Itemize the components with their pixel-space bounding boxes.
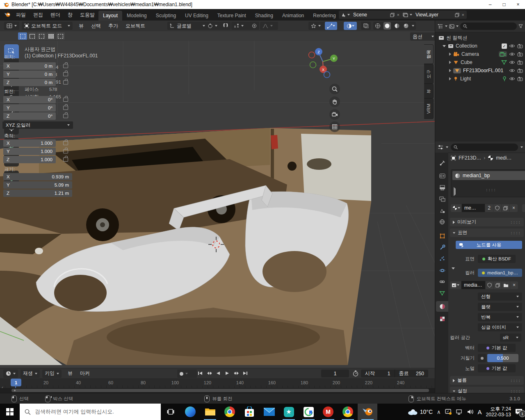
eye-icon[interactable]: [509, 60, 515, 64]
dimensions-x-field[interactable]: X0.939 m: [3, 173, 72, 180]
tab-scene[interactable]: [436, 205, 448, 216]
pivot-point-dropdown[interactable]: [205, 22, 222, 30]
workspace-tab-modeling[interactable]: Modeling: [122, 11, 151, 21]
workspace-tab-texture-paint[interactable]: Texture Paint: [213, 11, 251, 21]
app-star[interactable]: ★: [279, 404, 299, 420]
source-dropdown[interactable]: 싱글 이미지: [478, 323, 522, 331]
auto-keying-button[interactable]: [177, 370, 197, 378]
snap-toggle[interactable]: [221, 22, 231, 30]
colorspace-dropdown[interactable]: sR: [500, 333, 521, 342]
clock[interactable]: 오후 7:24 2022-03-13: [486, 406, 511, 418]
lock-icon[interactable]: [63, 80, 68, 84]
minimize-button[interactable]: –: [483, 2, 497, 7]
fake-user-shield-icon[interactable]: [493, 204, 501, 212]
color-value-button[interactable]: median1_bp…: [478, 269, 522, 277]
menu-add[interactable]: 추가: [105, 23, 122, 30]
shading-solid-icon[interactable]: [383, 22, 391, 30]
transform-orientation-dropdown[interactable]: 글로벌: [167, 22, 208, 30]
sidebar-tab-tool[interactable]: 도구: [424, 64, 434, 84]
app-edge[interactable]: [180, 404, 200, 420]
timeline-editor-type-button[interactable]: [3, 370, 18, 378]
checkbox-icon[interactable]: ✓: [502, 43, 507, 49]
select-mode-subtract-icon[interactable]: [37, 32, 46, 40]
scale-z-field[interactable]: Z1.000: [3, 156, 56, 163]
tab-modifiers[interactable]: [436, 242, 448, 253]
tab-particles[interactable]: [436, 253, 448, 264]
scene-collection-row[interactable]: 씬 컬렉션: [438, 34, 467, 42]
tab-world[interactable]: [436, 217, 448, 227]
hidden-icons-chevron[interactable]: ∧: [437, 409, 441, 415]
workspace-tab-sculpting[interactable]: Sculpting: [151, 11, 180, 21]
open-image-folder-icon[interactable]: [502, 281, 510, 289]
unlink-material-icon[interactable]: ×: [510, 204, 518, 212]
tab-material[interactable]: [436, 301, 448, 312]
workspace-tab-animation[interactable]: Animation: [278, 11, 308, 21]
shading-material-icon[interactable]: [394, 23, 400, 29]
end-value[interactable]: 250: [409, 371, 429, 377]
render-visibility-icon[interactable]: [517, 77, 523, 81]
eye-icon[interactable]: [509, 77, 515, 81]
zoom-icon[interactable]: [329, 84, 340, 94]
timeline-scroll-area[interactable]: [0, 388, 435, 393]
select-mode-difference-icon[interactable]: [46, 32, 55, 40]
light-data-icon[interactable]: [502, 76, 507, 82]
use-nodes-button[interactable]: 노드를 사용: [456, 241, 522, 249]
app-blender-active[interactable]: [358, 404, 377, 420]
extension-dropdown[interactable]: 반복: [478, 313, 522, 321]
lock-icon[interactable]: [63, 72, 68, 76]
tab-tool[interactable]: [436, 158, 448, 168]
app-chrome[interactable]: [220, 404, 240, 420]
navigation-gizmo[interactable]: Z Y X: [306, 46, 340, 80]
dimensions-z-field[interactable]: Z1.21 m: [3, 189, 72, 197]
scene-selector[interactable]: Scene ×: [339, 11, 402, 19]
filter-icon[interactable]: [518, 24, 523, 28]
timeline-ruler[interactable]: 20 40 60 80 100 120 140 160 180 200 220 …: [0, 378, 435, 388]
material-slot-selected[interactable]: median1_bp: [452, 171, 525, 180]
camera-data-icon[interactable]: [499, 51, 507, 57]
lock-icon[interactable]: [63, 149, 68, 153]
vector-value-button[interactable]: 기본 값: [478, 344, 516, 352]
lock-icon[interactable]: [63, 141, 68, 145]
scale-y-field[interactable]: Y1.000: [3, 148, 56, 155]
preview-panel-header[interactable]: 미리보기::::: [450, 218, 524, 226]
editor-type-icon[interactable]: [438, 145, 443, 150]
menu-window[interactable]: 창: [64, 9, 76, 21]
editor-type-button[interactable]: [4, 22, 19, 30]
notification-center-icon[interactable]: 1: [515, 409, 523, 415]
rotation-z-field[interactable]: Z0°: [3, 112, 56, 120]
copy-icon[interactable]: [455, 13, 459, 17]
start-value[interactable]: 1: [375, 371, 395, 377]
sidebar-tab-view[interactable]: 뷰: [424, 84, 434, 98]
toggle-ortho-icon[interactable]: [329, 121, 340, 132]
lock-icon[interactable]: [63, 158, 68, 162]
xray-toggle[interactable]: [361, 22, 371, 30]
copy-icon[interactable]: [390, 13, 395, 17]
interpolation-dropdown[interactable]: 선형: [478, 292, 522, 301]
jump-to-end-icon[interactable]: [241, 370, 249, 377]
image-name-field[interactable]: media…: [461, 281, 485, 289]
display-mode-icon[interactable]: [449, 24, 454, 29]
collection-row[interactable]: Collection ✓: [443, 42, 523, 50]
camera-view-icon[interactable]: [329, 109, 340, 120]
menu-file[interactable]: 파일: [12, 9, 30, 21]
weather-widget[interactable]: 10°C: [408, 409, 433, 415]
roughness-socket-button[interactable]: [478, 354, 486, 362]
tab-view-layer[interactable]: [436, 194, 448, 204]
link-mode-dropdown[interactable]: [522, 204, 525, 212]
app-whale[interactable]: [299, 404, 318, 420]
play-reverse-icon[interactable]: [214, 370, 222, 377]
new-material-copy-icon[interactable]: [502, 204, 509, 212]
location-y-field[interactable]: Y0 m: [3, 71, 56, 78]
stopwatch-icon[interactable]: [353, 370, 358, 377]
render-visibility-icon[interactable]: [517, 68, 523, 73]
app-chrome-2[interactable]: [338, 404, 358, 420]
end-label[interactable]: 종료: [395, 370, 409, 377]
close-icon[interactable]: ×: [461, 12, 465, 17]
viewport-3d[interactable]: 사용자 원근법 (1) Collection | FF213DoorFL.001…: [0, 41, 435, 368]
app-explorer[interactable]: [200, 404, 220, 420]
ime-indicator[interactable]: A: [478, 409, 482, 415]
rotation-x-field[interactable]: X0°: [3, 96, 56, 103]
gizmos-toggle[interactable]: [325, 22, 337, 30]
select-mode-intersect-icon[interactable]: [56, 32, 65, 40]
sidebar-tab-item[interactable]: 항목: [424, 44, 434, 64]
